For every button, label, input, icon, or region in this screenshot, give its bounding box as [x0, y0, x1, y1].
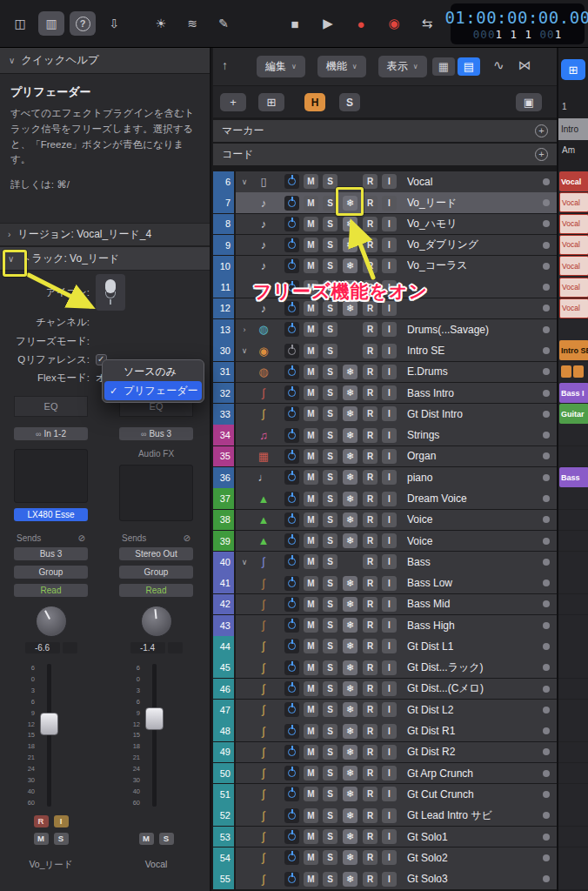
track-row[interactable]: 32∫MS❄RIBass Intro	[213, 383, 557, 404]
power-button[interactable]	[284, 787, 299, 801]
power-button[interactable]	[284, 174, 299, 189]
track-name[interactable]: Bass	[407, 556, 543, 568]
eq-display[interactable]: EQ	[14, 396, 88, 417]
power-button[interactable]	[284, 449, 299, 464]
solo-button[interactable]: S	[323, 174, 337, 189]
power-button[interactable]	[284, 829, 299, 844]
freeze-button[interactable]: ❄	[343, 597, 357, 612]
power-button[interactable]	[284, 639, 299, 653]
input-button[interactable]: I	[382, 745, 397, 760]
position-display[interactable]: 0001 1 1 001	[473, 28, 562, 41]
toggle-inspector-button[interactable]: ▥	[38, 11, 64, 36]
power-button[interactable]	[284, 702, 299, 717]
region-block[interactable]: Bass I	[559, 383, 588, 403]
record-button[interactable]: R	[363, 238, 378, 252]
track-name[interactable]: Gt Dist L1	[407, 640, 543, 653]
record-enable-button[interactable]: R	[34, 815, 49, 827]
record-button[interactable]: R	[363, 344, 378, 358]
solo-button[interactable]: S	[323, 660, 337, 675]
track-name[interactable]: Bass High	[407, 620, 543, 632]
record-button[interactable]: R	[363, 470, 378, 485]
mute-button[interactable]: M	[304, 724, 318, 739]
track-row[interactable]: 47∫MS❄RIGt Dist L2	[213, 700, 557, 720]
freeze-button[interactable]: ❄	[343, 470, 357, 485]
capture-record-button[interactable]: ◉	[379, 10, 409, 37]
play-button[interactable]: ▶	[313, 10, 343, 37]
record-button[interactable]: R	[363, 512, 378, 527]
mute-button[interactable]: M	[304, 385, 318, 400]
track-row[interactable]: 38▲MS❄RIVoice	[213, 510, 557, 531]
volume-value[interactable]: -6.6	[25, 642, 60, 653]
input-button[interactable]: I	[382, 829, 397, 844]
mute-button[interactable]: M	[304, 470, 318, 485]
power-button[interactable]	[284, 344, 299, 358]
region-block[interactable]: Vocal	[559, 214, 588, 234]
solo-button[interactable]: S	[323, 681, 337, 696]
freeze-button[interactable]: ❄	[343, 639, 357, 653]
mute-button[interactable]: M	[304, 639, 318, 653]
track-icon-well[interactable]	[96, 274, 125, 311]
input-button[interactable]: I	[382, 512, 397, 527]
track-row[interactable]: 31◍MS❄RIE.Drums	[213, 362, 557, 383]
track-name[interactable]: Vo_コーラス	[407, 258, 543, 273]
mute-button[interactable]: M	[304, 428, 318, 443]
power-button[interactable]	[284, 872, 299, 887]
power-button[interactable]	[284, 618, 299, 633]
freeze-button[interactable]: ❄	[343, 258, 357, 273]
mute-button[interactable]: M	[304, 850, 318, 865]
record-button[interactable]: R	[363, 385, 378, 400]
region-block[interactable]: Vocal	[559, 171, 588, 191]
mute-button[interactable]: M	[304, 512, 318, 527]
freeze-button[interactable]: ❄	[343, 808, 357, 823]
track-row[interactable]: 54∫MS❄RIGt Solo2	[213, 847, 557, 868]
track-name[interactable]: Organ	[407, 450, 543, 462]
track-row[interactable]: 34♫MS❄RIStrings	[213, 425, 557, 446]
power-button[interactable]	[284, 808, 299, 823]
power-button[interactable]	[284, 322, 299, 337]
track-name[interactable]: Bass Mid	[407, 598, 543, 610]
disclosure-chevron-icon[interactable]: ∨	[238, 558, 251, 566]
record-button[interactable]: R	[363, 639, 378, 653]
record-button[interactable]: R	[363, 702, 378, 717]
solo-button[interactable]: S	[323, 365, 337, 379]
power-button[interactable]	[284, 217, 299, 231]
solo-button[interactable]: S	[323, 449, 337, 464]
freeze-button[interactable]: ❄	[343, 238, 357, 252]
track-row[interactable]: 33∫MS❄RIGt Dist Intro	[213, 404, 557, 425]
region-block[interactable]: Vocal	[559, 278, 588, 298]
mute-button[interactable]: M	[304, 766, 318, 780]
menu-button-2[interactable]: 表示∨	[378, 56, 427, 77]
track-name[interactable]: Vocal	[407, 176, 543, 188]
disclosure-chevron-icon[interactable]: ∨	[238, 178, 251, 186]
track-row[interactable]: 53∫MS❄RIGt Solo1	[213, 827, 557, 847]
mute-button[interactable]: M	[304, 238, 318, 252]
track-name[interactable]: Drums(...Savage)	[407, 324, 543, 336]
record-button[interactable]: R	[363, 681, 378, 696]
pan-knob[interactable]	[36, 606, 67, 637]
pan-knob[interactable]	[141, 606, 172, 637]
mute-button[interactable]: M	[304, 681, 318, 696]
record-button[interactable]: R	[363, 576, 378, 591]
solo-button[interactable]: S	[323, 829, 337, 844]
freeze-button[interactable]: ❄	[343, 681, 357, 696]
add-marker-icon[interactable]: +	[535, 124, 548, 137]
freeze-button[interactable]: ❄	[343, 428, 357, 443]
freeze-button[interactable]: ❄	[343, 533, 357, 548]
power-button[interactable]	[284, 492, 299, 506]
track-name[interactable]: Gt Lead Intro サビ	[407, 808, 543, 823]
solo-button[interactable]: S	[323, 787, 337, 801]
input-button[interactable]: I	[382, 639, 397, 653]
solo-button[interactable]: S	[323, 724, 337, 739]
help-more-link[interactable]: 詳しくは: ⌘/	[10, 178, 199, 191]
mute-button[interactable]: M	[304, 322, 318, 337]
track-name[interactable]: Gt Solo1	[407, 831, 543, 843]
record-button[interactable]: R	[363, 196, 378, 211]
flex-icon[interactable]: ⋈	[518, 57, 531, 73]
solo-button[interactable]: S	[323, 766, 337, 780]
track-name[interactable]: Gt Dist R2	[407, 746, 543, 758]
input-button[interactable]: I	[382, 322, 397, 337]
duplicate-track-button[interactable]: ⊞	[258, 93, 284, 111]
power-button[interactable]	[284, 365, 299, 379]
solo-button[interactable]: S	[54, 833, 69, 845]
track-row[interactable]: 45∫MS❄RIGt Dist...ラック)	[213, 657, 557, 678]
